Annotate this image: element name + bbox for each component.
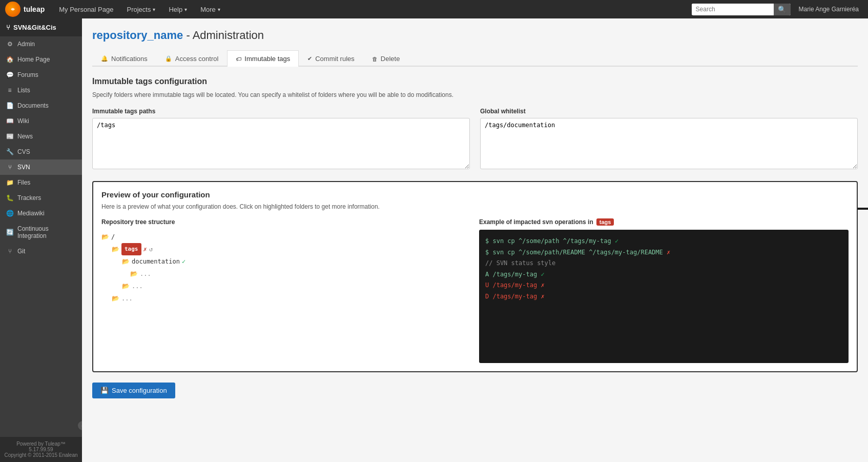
sidebar-item-lists[interactable]: ≡ Lists [0,83,82,98]
logo[interactable]: tuleap [5,2,45,17]
section-desc: Specify folders where immutable tags wil… [92,90,858,99]
commit-rules-tab-icon: ✔ [307,55,312,62]
save-button[interactable]: 💾 Save configuration [92,383,175,398]
folder-icon-dots1: 📂 [130,268,138,280]
sidebar-item-forums[interactable]: 💬 Forums [0,67,82,83]
sidebar-item-home-page[interactable]: 🏠 Home Page [0,52,82,67]
sidebar-item-cvs[interactable]: 🔧 CVS [0,144,82,159]
repository-tree: 📂 / 📂 tags ✗ ↺ 📂 documentation ✓ [101,231,471,305]
help-dropdown-icon: ▾ [184,7,187,12]
folder-icon-tags: 📂 [112,243,119,255]
nav-more[interactable]: More ▾ [194,3,226,16]
terminal: $ svn cp ^/some/path ^/tags/my-tag ✓ $ s… [479,230,849,363]
tab-delete[interactable]: 🗑 Delete [363,50,409,67]
home-icon: 🏠 [6,56,13,63]
tags-x-icon: ✗ [143,243,147,255]
immutable-tags-section: Immutable tags configuration Specify fol… [92,77,858,171]
forums-icon: 💬 [6,71,13,78]
section-title: Immutable tags configuration [92,77,858,86]
tree-col-title: Repository tree structure [101,218,471,226]
sidebar-item-news[interactable]: 📰 News [0,129,82,144]
folder-icon-doc: 📂 [122,255,130,268]
preview-title: Preview of your configuration [101,190,849,199]
sidebar-item-admin[interactable]: ⚙ Admin [0,36,82,52]
tree-node-root: 📂 / [101,231,471,243]
tab-commit-rules[interactable]: ✔ Commit rules [299,50,363,67]
tab-notifications[interactable]: 🔔 Notifications [92,50,156,67]
paths-textarea[interactable] [92,118,470,169]
save-icon: 💾 [100,387,109,394]
preview-wrapper: Preview of your configuration Here is a … [92,181,858,372]
callout-arrow [858,193,868,226]
preview-terminal-column: Example of impacted svn operations in ta… [479,218,849,363]
tabs: 🔔 Notifications 🔒 Access control 🏷 Immut… [92,50,858,67]
terminal-line-5: U /tags/my-tag ✗ [485,280,842,291]
folder-icon-root: 📂 [101,231,109,243]
sidebar-collapse-button[interactable]: ‹ [77,420,82,431]
sidebar-item-wiki[interactable]: 📖 Wiki [0,113,82,129]
mediawiki-icon: 🌐 [6,210,13,217]
whitelist-label: Global whitelist [480,108,858,115]
sidebar-item-git[interactable]: ⑂ Git [0,244,82,259]
sidebar-item-ci[interactable]: 🔄 Continuous Integration [0,221,82,244]
tree-node-dots2: 📂 ... [101,280,471,292]
nav-my-personal-page[interactable]: My Personal Page [53,3,119,16]
tags-badge: tags [121,243,141,255]
whitelist-textarea[interactable] [480,118,858,169]
lists-icon: ≡ [6,87,13,94]
tags-reload-icon: ↺ [149,243,153,255]
save-section: 💾 Save configuration [92,383,858,398]
search-input[interactable] [692,4,774,15]
nav-links: My Personal Page Projects ▾ Help ▾ More … [53,3,691,16]
paths-group: Immutable tags paths [92,108,470,171]
nav-right: 🔍 Marie Ange Garnieréa [692,4,863,15]
cvs-icon: 🔧 [6,148,13,155]
sidebar-item-svn[interactable]: ⑂ SVN [0,159,82,175]
sidebar-item-files[interactable]: 📁 Files [0,175,82,190]
sidebar-item-mediawiki[interactable]: 🌐 Mediawiki [0,206,82,221]
page-title: repository_name - Administration [92,29,858,42]
form-row: Immutable tags paths Global whitelist [92,108,858,171]
notifications-tab-icon: 🔔 [101,55,108,62]
whitelist-group: Global whitelist [480,108,858,171]
tree-node-tags[interactable]: 📂 tags ✗ ↺ [101,243,471,255]
more-dropdown-icon: ▾ [218,7,220,12]
logo-icon [5,2,20,17]
sidebar-item-documents[interactable]: 📄 Documents [0,98,82,113]
preview-tree-column: Repository tree structure 📂 / 📂 tags ✗ ↺ [101,218,471,363]
tree-node-dots1: 📂 ... [101,268,471,280]
tab-immutable-tags[interactable]: 🏷 Immutable tags [227,50,299,67]
projects-dropdown-icon: ▾ [153,7,155,12]
preview-columns: Repository tree structure 📂 / 📂 tags ✗ ↺ [101,218,849,363]
terminal-line-2: $ svn cp ^/some/path/README ^/tags/my-ta… [485,247,842,258]
nav-help[interactable]: Help ▾ [162,3,193,16]
folder-icon-dots2: 📂 [122,280,130,292]
access-control-tab-icon: 🔒 [165,55,172,62]
search-box: 🔍 [692,4,791,15]
documents-icon: 📄 [6,102,13,109]
terminal-line-3: // SVN status style [485,258,842,269]
example-title: Example of impacted svn operations in ta… [479,218,849,226]
folder-icon-dots3: 📂 [112,292,119,305]
logo-text: tuleap [24,5,45,13]
terminal-line-6: D /tags/my-tag ✗ [485,291,842,303]
footer-copyright: Copyright © 2011-2015 Enalean [4,452,78,458]
search-button[interactable]: 🔍 [774,4,791,15]
paths-label: Immutable tags paths [92,108,470,115]
news-icon: 📰 [6,133,13,140]
delete-tab-icon: 🗑 [372,56,378,62]
svn-icon: ⑂ [6,164,13,171]
tree-node-doc[interactable]: 📂 documentation ✓ [101,255,471,268]
tab-access-control[interactable]: 🔒 Access control [156,50,228,67]
example-tag-badge[interactable]: tags [596,218,614,226]
callout: You can see directly in which folder you… [858,189,868,229]
top-nav: tuleap My Personal Page Projects ▾ Help … [0,0,868,18]
sidebar-footer: Powered by Tuleap™ 5.17.99.59 Copyright … [0,437,82,462]
nav-projects[interactable]: Projects ▾ [120,3,161,16]
svg-marker-1 [858,196,868,222]
git-icon: ⑂ [6,248,13,255]
sidebar: ⑂ SVN&Git&Cis ⚙ Admin 🏠 Home Page 💬 Foru… [0,18,82,462]
sidebar-item-trackers[interactable]: 🐛 Trackers [0,190,82,206]
doc-check-icon: ✓ [182,255,185,268]
terminal-line-1: $ svn cp ^/some/path ^/tags/my-tag ✓ [485,236,842,247]
